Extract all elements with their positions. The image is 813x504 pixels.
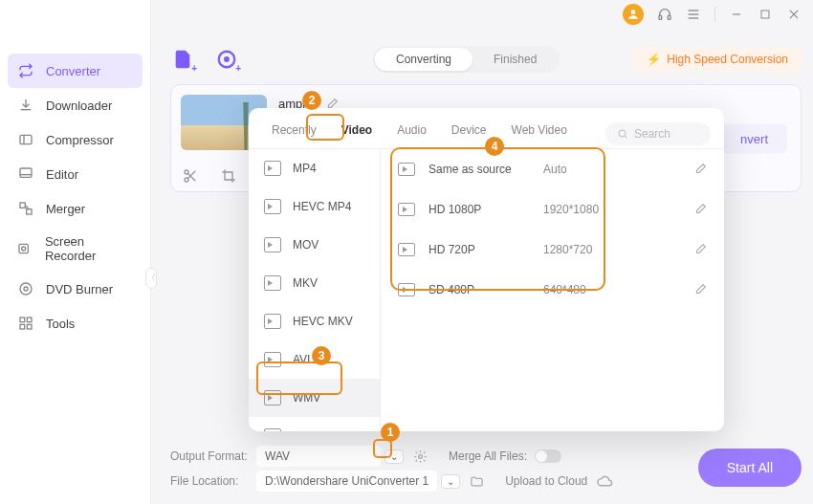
svg-rect-10 [20,135,32,143]
output-format-label: Output Format: [170,449,256,463]
sidebar-item-dvd-burner[interactable]: DVD Burner [0,272,150,306]
upload-cloud-label: Upload to Cloud [505,474,587,488]
edit-preset-icon[interactable] [693,283,707,296]
segment-converting[interactable]: Converting [375,48,472,71]
topbar: + + Converting Finished ⚡ High Speed Con… [170,40,802,78]
add-file-button[interactable]: + [170,47,195,72]
video-format-icon [264,161,281,176]
sidebar-item-label: Converter [46,64,100,78]
add-disc-button[interactable]: + [214,47,239,72]
settings-icon[interactable] [413,449,428,464]
download-icon [17,97,34,114]
sidebar-item-tools[interactable]: Tools [0,306,150,340]
sidebar-item-label: Compressor [46,133,114,147]
output-format-value: WAV [256,446,381,467]
trim-icon[interactable] [183,168,200,186]
cloud-icon[interactable] [597,473,613,490]
sidebar-item-label: Editor [46,167,78,182]
svg-rect-17 [19,244,28,252]
video-format-icon [264,352,281,367]
format-mkv[interactable]: MKV [249,264,380,302]
sidebar-item-label: Screen Recorder [45,234,133,263]
open-folder-icon[interactable] [470,474,484,489]
format-m4v[interactable]: M4V [249,417,380,431]
resolution-list: Same as sourceAuto HD 1080P1920*1080 HD … [381,149,724,431]
search-placeholder: Search [634,127,670,141]
format-popover: Recently Video Audio Device Web Video Se… [249,108,724,431]
sidebar: Converter Downloader Compressor Editor M… [0,0,151,504]
output-format-chevron[interactable]: ⌄ [385,449,404,464]
svg-point-19 [20,283,32,295]
grid-icon [17,315,34,332]
tab-video[interactable]: Video [338,120,376,148]
sidebar-item-merger[interactable]: Merger [0,191,150,226]
tab-recently[interactable]: Recently [268,120,320,148]
tab-audio[interactable]: Audio [393,120,430,148]
sidebar-item-converter[interactable]: Converter [8,54,143,88]
edit-preset-icon[interactable] [693,163,707,176]
svg-rect-23 [20,324,25,329]
video-format-icon [264,237,281,252]
res-icon [398,203,415,216]
svg-point-26 [225,57,229,61]
res-icon [398,163,415,176]
video-format-icon [264,199,281,214]
svg-rect-14 [20,203,25,208]
sidebar-item-downloader[interactable]: Downloader [0,88,150,122]
status-segment: Converting Finished [373,46,560,73]
format-search[interactable]: Search [605,122,711,145]
svg-point-20 [24,287,28,291]
edit-preset-icon[interactable] [693,243,707,256]
step-badge-4: 4 [485,137,504,156]
format-wmv[interactable]: WMV [249,379,380,417]
video-format-icon [264,314,281,329]
sidebar-item-editor[interactable]: Editor [0,157,150,191]
file-location-label: File Location: [170,474,256,488]
sidebar-item-compressor[interactable]: Compressor [0,122,150,157]
file-location-chevron[interactable]: ⌄ [441,474,460,489]
tab-web-video[interactable]: Web Video [508,120,571,148]
crop-icon[interactable] [221,168,238,186]
segment-finished[interactable]: Finished [472,48,558,71]
bottom-bar: Output Format: WAV ⌄ Merge All Files: Fi… [170,444,802,496]
hsc-label: High Speed Conversion [667,53,788,66]
svg-rect-24 [27,324,32,329]
format-hevc-mkv[interactable]: HEVC MKV [249,302,380,340]
start-all-button[interactable]: Start All [698,449,802,487]
edit-preset-icon[interactable] [693,203,707,216]
sidebar-item-label: Merger [46,202,85,216]
svg-point-31 [419,454,423,458]
search-icon [617,128,628,140]
merger-icon [17,200,34,217]
sidebar-item-label: Tools [46,317,75,331]
converter-icon [17,62,34,79]
convert-button[interactable]: nvert [721,123,787,153]
svg-point-18 [22,247,26,251]
sidebar-item-label: DVD Burner [46,282,113,296]
merge-label: Merge All Files: [449,449,527,463]
res-icon [398,243,415,256]
step-badge-2: 2 [302,91,321,110]
svg-rect-22 [27,318,32,322]
tab-device[interactable]: Device [448,120,491,148]
record-icon [17,240,33,257]
format-mp4[interactable]: MP4 [249,149,380,187]
format-list: MP4 HEVC MP4 MOV MKV HEVC MKV AVI WMV M4… [249,149,381,431]
res-same-as-source[interactable]: Same as sourceAuto [381,149,724,189]
format-mov[interactable]: MOV [249,226,380,264]
res-1080p[interactable]: HD 1080P1920*1080 [381,189,724,230]
high-speed-conversion-button[interactable]: ⚡ High Speed Conversion [633,47,802,72]
svg-rect-12 [20,168,32,177]
file-location-value: D:\Wondershare UniConverter 1 [256,471,437,492]
sidebar-item-screen-recorder[interactable]: Screen Recorder [0,226,150,272]
merge-toggle[interactable] [535,449,561,463]
format-hevc-mp4[interactable]: HEVC MP4 [249,187,380,226]
res-720p[interactable]: HD 720P1280*720 [381,230,724,270]
compress-icon [17,131,34,148]
video-format-icon [264,275,281,291]
res-icon [398,283,415,296]
video-format-icon [264,428,281,431]
svg-rect-15 [27,209,32,214]
res-480p[interactable]: SD 480P640*480 [381,270,724,310]
sidebar-item-label: Downloader [46,99,112,113]
